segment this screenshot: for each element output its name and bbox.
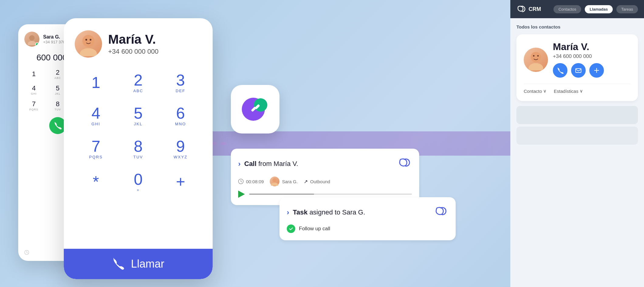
call-type: ↗ Outbound	[304, 179, 330, 184]
crm-contact-phone: +34 600 000 000	[553, 53, 604, 59]
task-check-icon	[287, 225, 295, 233]
call-button-main[interactable]: Llamar	[64, 249, 213, 279]
crm-action-buttons	[553, 63, 604, 78]
crm-tab-contacts[interactable]: Contactos	[553, 5, 581, 13]
task-title: › Task asigned to Sara G.	[287, 208, 365, 217]
task-card: › Task asigned to Sara G. Follow up call	[279, 197, 456, 240]
crm-logo-icon	[516, 4, 526, 14]
main-key-3[interactable]: 3 DEF	[159, 67, 202, 98]
main-contact-phone: +34 600 000 000	[108, 48, 159, 56]
crm-contact-name: María V.	[553, 42, 604, 52]
crm-header: CRM Contactos Llamadas Tareas	[510, 0, 644, 18]
audio-progress-fill	[249, 194, 314, 195]
clock-icon	[24, 250, 29, 255]
task-crm-logo	[434, 204, 448, 220]
bg-key-7[interactable]: 7PQRS	[24, 100, 43, 111]
main-key-7[interactable]: 7 PQRS	[75, 133, 117, 164]
call-card-header: › Call from María V.	[238, 156, 412, 172]
call-logo-icon	[397, 156, 412, 171]
task-item-text: Follow up call	[299, 226, 330, 232]
crm-logo: CRM	[516, 4, 541, 14]
crm-plus-icon	[593, 67, 600, 74]
crm-tab-contact[interactable]: Contacto ∨	[524, 88, 546, 94]
bg-contact-avatar	[24, 32, 39, 47]
crm-list-item-3	[516, 127, 638, 145]
main-dialpad: 1 2 ABC 3 DEF 4 GHI 5 JKL 6 MNO 7 PQRS 8	[75, 67, 202, 197]
center-logo-svg	[240, 94, 270, 124]
main-key-hash[interactable]: +	[159, 167, 202, 197]
call-type-label: Outbound	[310, 179, 330, 184]
call-meta: 00:08:09 Sara G. ↗ Outbound	[238, 177, 412, 186]
svg-point-8	[254, 98, 267, 112]
crm-phone-icon	[557, 67, 564, 74]
main-key-8[interactable]: 8 TUV	[117, 133, 159, 164]
crm-email-button[interactable]	[571, 63, 586, 78]
call-duration: 00:08:09	[238, 179, 264, 184]
crm-email-icon	[575, 67, 582, 74]
svg-point-19	[271, 183, 278, 186]
svg-point-15	[537, 55, 539, 56]
call-title-bold: Call	[244, 160, 256, 167]
task-card-header: › Task asigned to Sara G.	[287, 204, 448, 220]
svg-point-18	[272, 178, 277, 182]
main-key-4[interactable]: 4 GHI	[75, 100, 117, 131]
center-logo-widget	[231, 85, 279, 133]
svg-point-4	[80, 48, 97, 56]
svg-point-14	[533, 55, 535, 56]
main-key-1[interactable]: 1	[75, 67, 117, 98]
online-status-dot	[35, 42, 39, 46]
bg-key-1[interactable]: 1	[24, 69, 43, 79]
call-expand-icon[interactable]: ›	[238, 160, 241, 168]
svg-rect-16	[576, 69, 581, 73]
bg-time-display	[24, 250, 29, 255]
call-crm-logo	[397, 156, 412, 172]
band-dot	[221, 142, 226, 145]
main-key-0[interactable]: 0 +	[117, 167, 159, 197]
bg-key-4[interactable]: 4GHI	[24, 84, 43, 95]
agent-avatar-face	[270, 177, 279, 186]
main-key-star[interactable]: *	[75, 167, 117, 197]
crm-tab-stats[interactable]: Estadísticas ∨	[554, 88, 583, 94]
crm-contact-details: María V. +34 600 000 000	[553, 42, 604, 78]
crm-contact-card: María V. +34 600 000 000	[516, 34, 638, 101]
main-key-5[interactable]: 5 JKL	[117, 100, 159, 131]
call-agent-name: Sara G.	[282, 179, 298, 184]
task-title-bold: Task	[293, 208, 308, 216]
crm-section-title: Todos los contactos	[516, 24, 638, 29]
call-title-rest: from María V.	[256, 160, 298, 167]
duration-clock-icon	[238, 179, 244, 184]
crm-tab-calls[interactable]: Llamadas	[585, 5, 613, 13]
outbound-arrow-icon: ↗	[304, 179, 308, 184]
main-key-9[interactable]: 9 WXYZ	[159, 133, 202, 164]
bg-phone-icon	[53, 121, 62, 130]
task-expand-icon[interactable]: ›	[287, 208, 289, 217]
crm-avatar-face	[525, 49, 546, 70]
crm-call-button[interactable]	[553, 63, 567, 78]
main-key-6[interactable]: 6 MNO	[159, 100, 202, 131]
play-button[interactable]	[238, 191, 245, 198]
call-agent: Sara G.	[270, 177, 298, 186]
task-title-rest: asigned to Sara G.	[308, 208, 365, 216]
main-key-2[interactable]: 2 ABC	[117, 67, 159, 98]
crm-panel: CRM Contactos Llamadas Tareas Todos los …	[510, 0, 644, 287]
call-card-left: › Call from María V.	[238, 160, 298, 168]
audio-player	[238, 191, 412, 198]
main-contact-header: María V. +34 600 000 000	[75, 30, 202, 58]
audio-progress-bar[interactable]	[249, 194, 412, 195]
task-logo-icon	[434, 204, 448, 219]
task-title-text: Task asigned to Sara G.	[293, 208, 365, 216]
call-title: Call from María V.	[244, 160, 298, 168]
call-card: › Call from María V. 00:08:09	[231, 149, 419, 205]
phone-widget-main: María V. +34 600 000 000 1 2 ABC 3 DEF 4…	[64, 18, 213, 279]
main-contact-name: María V.	[108, 32, 159, 46]
call-button-label: Llamar	[131, 258, 164, 270]
crm-content: Todos los contactos María V. +34 600 000…	[510, 18, 644, 153]
crm-tab-tasks[interactable]: Tareas	[616, 5, 638, 13]
crm-logo-text: CRM	[529, 6, 541, 12]
svg-point-13	[529, 63, 543, 70]
call-agent-avatar	[270, 177, 279, 186]
crm-contact-avatar	[524, 48, 548, 72]
task-item: Follow up call	[287, 225, 448, 233]
crm-contact-header: María V. +34 600 000 000	[524, 42, 631, 78]
crm-add-button[interactable]	[589, 63, 604, 78]
